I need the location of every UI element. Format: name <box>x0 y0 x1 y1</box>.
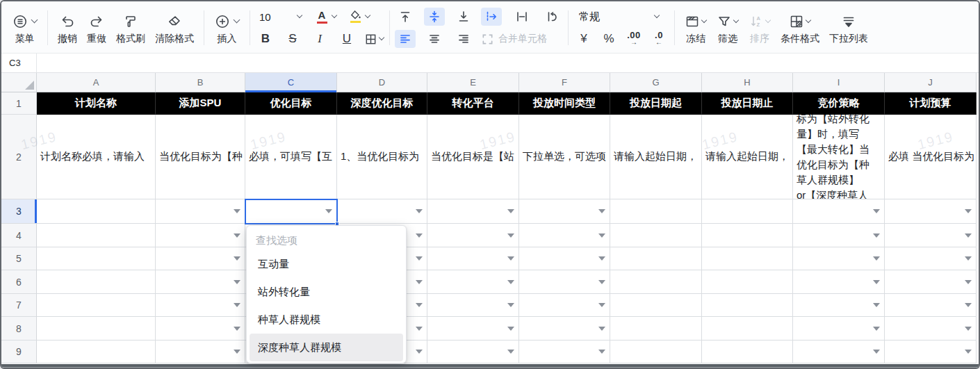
cell-dropdown-arrow[interactable] <box>416 280 423 284</box>
cell-I2[interactable]: 标为【站外转化量】时，填写【最大转化】当优化目标为【种草人群规模】or【深度种草… <box>793 115 885 199</box>
cell-dropdown-arrow[interactable] <box>507 233 514 238</box>
cell-G4[interactable] <box>610 224 702 247</box>
cell-D2[interactable]: 1、当优化目标为 <box>337 115 427 199</box>
cell-E7[interactable] <box>427 294 519 317</box>
cell-dropdown-arrow[interactable] <box>965 350 972 354</box>
column-header-G[interactable]: G <box>610 73 702 92</box>
cell-J3[interactable] <box>885 199 977 224</box>
cell-B2[interactable]: 当优化目标为【种 <box>156 115 245 199</box>
cell-F7[interactable] <box>519 294 610 317</box>
cell-H1[interactable]: 投放日期止 <box>702 92 793 115</box>
cell-I5[interactable] <box>793 247 885 270</box>
cell-dropdown-arrow[interactable] <box>873 350 880 354</box>
cell-I3[interactable] <box>793 199 885 224</box>
cell-G7[interactable] <box>610 294 702 317</box>
row-header-1[interactable]: 1 <box>1 92 37 115</box>
cell-dropdown-arrow[interactable] <box>234 327 240 331</box>
cell-B5[interactable] <box>156 247 245 270</box>
dropdown-search-input[interactable] <box>250 229 403 250</box>
cell-E6[interactable] <box>427 270 519 294</box>
row-header-9[interactable]: 9 <box>1 341 37 363</box>
wrap-text-button[interactable] <box>481 8 502 26</box>
cell-A1[interactable]: 计划名称 <box>37 92 156 115</box>
cell-dropdown-arrow[interactable] <box>598 256 605 261</box>
cell-dropdown-arrow[interactable] <box>598 303 605 307</box>
cell-I8[interactable] <box>793 317 885 341</box>
column-header-E[interactable]: E <box>427 73 519 92</box>
cell-G2[interactable]: 请输入起始日期， <box>610 115 702 199</box>
freeze-button[interactable]: 冻结 <box>680 11 712 45</box>
cell-J4[interactable] <box>885 224 977 247</box>
cell-D1[interactable]: 深度优化目标 <box>337 92 427 115</box>
cell-I4[interactable] <box>793 224 885 247</box>
cell-A4[interactable] <box>37 224 156 247</box>
cell-H2[interactable]: 请输入起始日期， <box>702 115 793 199</box>
cell-E5[interactable] <box>427 247 519 270</box>
cell-H7[interactable] <box>702 294 793 317</box>
dropdown-list-button[interactable]: 下拉列表 <box>824 11 873 45</box>
cell-dropdown-arrow[interactable] <box>234 233 240 238</box>
cell-dropdown-arrow[interactable] <box>234 303 240 307</box>
cell-F2[interactable]: 下拉单选，可选项 <box>519 115 610 199</box>
font-size-chevron-icon[interactable] <box>297 13 302 18</box>
cell-dropdown-arrow[interactable] <box>598 233 605 238</box>
cell-F1[interactable]: 投放时间类型 <box>519 92 610 115</box>
increase-decimal-button[interactable]: .00→ <box>623 30 644 48</box>
column-header-I[interactable]: I <box>793 73 885 92</box>
undo-button[interactable]: 撤销 <box>53 11 82 45</box>
menu-button[interactable]: 菜单 <box>7 11 42 45</box>
dropdown-option[interactable]: 互动量 <box>250 250 403 278</box>
cell-A9[interactable] <box>37 341 156 363</box>
align-left-button[interactable] <box>395 30 416 48</box>
column-header-A[interactable]: A <box>37 73 156 92</box>
cell-dropdown-arrow[interactable] <box>873 233 880 238</box>
cell-F5[interactable] <box>519 247 610 270</box>
cell-B3[interactable] <box>156 199 245 224</box>
select-all-corner[interactable] <box>1 73 37 92</box>
insert-button[interactable]: 插入 <box>209 11 245 45</box>
align-right-button[interactable] <box>453 30 474 48</box>
cell-E2[interactable]: 当优化目标是【站 <box>427 115 519 199</box>
cell-E3[interactable] <box>427 199 519 224</box>
cell-dropdown-arrow[interactable] <box>234 350 240 354</box>
dropdown-option[interactable]: 种草人群规模 <box>250 306 403 334</box>
percent-button[interactable]: % <box>598 30 619 48</box>
cell-B8[interactable] <box>156 317 245 341</box>
cell-A5[interactable] <box>37 247 156 270</box>
cell-G1[interactable]: 投放日期起 <box>610 92 702 115</box>
cell-dropdown-arrow[interactable] <box>598 209 605 213</box>
formula-input[interactable] <box>37 54 979 72</box>
conditional-format-button[interactable]: 条件格式 <box>776 11 824 45</box>
column-header-F[interactable]: F <box>519 73 610 92</box>
cell-dropdown-arrow[interactable] <box>598 350 605 354</box>
cell-dropdown-arrow[interactable] <box>873 303 880 307</box>
cell-B9[interactable] <box>156 341 245 363</box>
underline-button[interactable]: U <box>336 30 357 48</box>
decrease-decimal-button[interactable]: .0← <box>648 30 669 48</box>
cell-dropdown-arrow[interactable] <box>965 303 972 307</box>
cell-A3[interactable] <box>37 199 156 224</box>
cell-B4[interactable] <box>156 224 245 247</box>
row-header-6[interactable]: 6 <box>1 270 37 294</box>
cell-B7[interactable] <box>156 294 245 317</box>
cell-H6[interactable] <box>702 270 793 294</box>
cell-dropdown-arrow[interactable] <box>507 327 514 331</box>
cell-E9[interactable] <box>427 341 519 363</box>
number-format-select[interactable]: 常规 <box>573 7 662 26</box>
cell-J5[interactable] <box>885 247 977 270</box>
cell-C1[interactable]: 优化目标 <box>245 92 337 115</box>
cell-F6[interactable] <box>519 270 610 294</box>
cell-dropdown-arrow[interactable] <box>965 233 972 238</box>
cell-I1[interactable]: 竞价策略 <box>793 92 885 115</box>
cell-dropdown-arrow[interactable] <box>416 303 423 307</box>
column-header-H[interactable]: H <box>702 73 793 92</box>
cell-F8[interactable] <box>519 317 610 341</box>
dropdown-option[interactable]: 深度种草人群规模 <box>250 334 403 361</box>
cell-dropdown-arrow[interactable] <box>234 256 240 261</box>
cell-A6[interactable] <box>37 270 156 294</box>
cell-G9[interactable] <box>610 341 702 363</box>
name-box[interactable]: C3 <box>1 54 37 72</box>
font-color-chevron-icon[interactable] <box>332 13 337 18</box>
cell-dropdown-arrow[interactable] <box>416 233 423 238</box>
merge-cells-label[interactable]: 合并单元格 <box>498 33 547 45</box>
